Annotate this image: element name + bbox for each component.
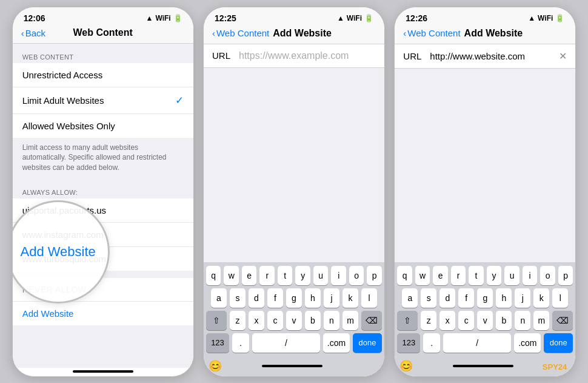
emoji-key-s2[interactable]: 😊 <box>209 359 222 373</box>
limit-adult-label: Limit Adult Websites <box>22 95 104 106</box>
key-123-s2[interactable]: 123 <box>206 333 229 353</box>
key-dot-s2[interactable]: . <box>232 333 249 353</box>
section-web-content: WEB CONTENT <box>13 44 193 63</box>
key-dotcom-s2[interactable]: .com <box>323 333 350 353</box>
empty-area-2 <box>204 68 384 262</box>
url-input-2[interactable]: https://www.example.com <box>239 50 349 61</box>
back-button-3[interactable]: ‹ Web Content <box>403 28 460 38</box>
key-q-s3[interactable]: q <box>397 266 412 285</box>
key-r-s3[interactable]: r <box>451 266 466 285</box>
key-g-s2[interactable]: g <box>286 288 302 308</box>
checkmark-icon: ✓ <box>175 94 184 107</box>
url-label-3: URL <box>403 51 421 61</box>
circle-highlight-text: Add Website <box>20 244 95 260</box>
key-shift-s3[interactable]: ⇧ <box>397 311 418 330</box>
key-shift-s2[interactable]: ⇧ <box>206 311 227 330</box>
phone-screen-3: 12:26 ▲ WiFi 🔋 ‹ Web Content Add Website… <box>394 7 576 377</box>
allowed-websites-row[interactable]: Allowed Websites Only <box>13 114 193 138</box>
key-y-s3[interactable]: y <box>487 266 502 285</box>
key-j-s3[interactable]: j <box>515 288 530 308</box>
key-l-s3[interactable]: l <box>552 288 568 308</box>
key-s-s3[interactable]: s <box>421 288 436 308</box>
wifi-icon-3: WiFi <box>538 14 553 22</box>
emoji-key-s3[interactable]: 😊 <box>399 359 413 373</box>
url-label-2: URL <box>212 50 230 61</box>
key-done-s3[interactable]: done <box>544 333 573 353</box>
key-t-s2[interactable]: t <box>278 266 293 285</box>
back-label-3: Web Content <box>407 28 460 38</box>
key-w-s3[interactable]: w <box>415 266 430 285</box>
chevron-left-icon-2: ‹ <box>212 28 215 38</box>
key-row-4-s3: 123 . / .com done <box>397 333 573 353</box>
key-f-s2[interactable]: f <box>267 288 283 308</box>
key-d-s3[interactable]: d <box>439 288 455 308</box>
limit-adult-row[interactable]: Limit Adult Websites ✓ <box>13 87 193 114</box>
key-123-s3[interactable]: 123 <box>397 333 420 353</box>
key-i-s3[interactable]: i <box>523 266 538 285</box>
key-b-s2[interactable]: b <box>305 311 321 330</box>
key-a-s2[interactable]: a <box>211 288 227 308</box>
circle-highlight: Add Website <box>12 200 110 303</box>
key-h-s2[interactable]: h <box>305 288 321 308</box>
key-h-s3[interactable]: h <box>496 288 512 308</box>
key-dot-s3[interactable]: . <box>423 333 440 353</box>
key-m-s3[interactable]: m <box>533 311 549 330</box>
key-backspace-s2[interactable]: ⌫ <box>361 311 382 330</box>
key-o-s3[interactable]: o <box>540 266 555 285</box>
key-slash-s2[interactable]: / <box>252 333 320 353</box>
chevron-left-icon-3: ‹ <box>403 28 406 38</box>
status-time-2: 12:25 <box>215 13 236 23</box>
url-value-3[interactable]: http://www.website.com <box>430 51 554 61</box>
key-done-s2[interactable]: done <box>353 333 382 353</box>
key-p-s3[interactable]: p <box>558 266 573 285</box>
key-k-s2[interactable]: k <box>342 288 358 308</box>
key-n-s3[interactable]: n <box>515 311 530 330</box>
status-icons-2: ▲ WiFi 🔋 <box>337 14 373 22</box>
back-button-1[interactable]: ‹ Back <box>21 28 45 38</box>
key-m-s2[interactable]: m <box>342 311 358 330</box>
unrestricted-access-row[interactable]: Unrestricted Access <box>13 63 193 87</box>
back-label-2: Web Content <box>216 28 269 38</box>
key-c-s2[interactable]: c <box>267 311 283 330</box>
key-v-s3[interactable]: v <box>477 311 493 330</box>
status-icons-1: ▲ WiFi 🔋 <box>146 14 182 22</box>
key-d-s2[interactable]: d <box>249 288 264 308</box>
settings-group-webcontent: Unrestricted Access Limit Adult Websites… <box>13 63 193 138</box>
key-j-s2[interactable]: j <box>324 288 339 308</box>
key-f-s3[interactable]: f <box>458 288 474 308</box>
key-u-s2[interactable]: u <box>313 266 329 285</box>
key-y-s2[interactable]: y <box>295 266 310 285</box>
key-dotcom-s3[interactable]: .com <box>514 333 541 353</box>
key-z-s3[interactable]: z <box>421 311 436 330</box>
add-website-row[interactable]: Add Website <box>13 302 193 325</box>
key-v-s2[interactable]: v <box>286 311 302 330</box>
key-u-s3[interactable]: u <box>504 266 520 285</box>
key-i-s2[interactable]: i <box>331 266 346 285</box>
key-e-s3[interactable]: e <box>433 266 448 285</box>
key-c-s3[interactable]: c <box>458 311 474 330</box>
key-backspace-s3[interactable]: ⌫ <box>552 311 573 330</box>
key-s-s2[interactable]: s <box>230 288 246 308</box>
key-e-s2[interactable]: e <box>242 266 257 285</box>
key-a-s3[interactable]: a <box>402 288 418 308</box>
back-button-2[interactable]: ‹ Web Content <box>212 28 269 38</box>
key-o-s2[interactable]: o <box>349 266 364 285</box>
key-slash-s3[interactable]: / <box>443 333 511 353</box>
key-row-2-s3: a s d f g h j k l <box>397 288 573 308</box>
key-z-s2[interactable]: z <box>230 311 246 330</box>
clear-url-button[interactable]: ✕ <box>559 50 567 62</box>
signal-icon-1: ▲ <box>146 14 153 22</box>
key-r-s2[interactable]: r <box>259 266 275 285</box>
key-l-s2[interactable]: l <box>361 288 377 308</box>
key-n-s2[interactable]: n <box>324 311 339 330</box>
key-t-s3[interactable]: t <box>469 266 484 285</box>
key-x-s2[interactable]: x <box>249 311 264 330</box>
key-w-s2[interactable]: w <box>224 266 239 285</box>
key-x-s3[interactable]: x <box>439 311 455 330</box>
key-b-s3[interactable]: b <box>496 311 512 330</box>
key-k-s3[interactable]: k <box>533 288 549 308</box>
key-p-s2[interactable]: p <box>367 266 382 285</box>
status-bar-3: 12:26 ▲ WiFi 🔋 <box>395 7 575 25</box>
key-q-s2[interactable]: q <box>206 266 221 285</box>
key-g-s3[interactable]: g <box>477 288 493 308</box>
